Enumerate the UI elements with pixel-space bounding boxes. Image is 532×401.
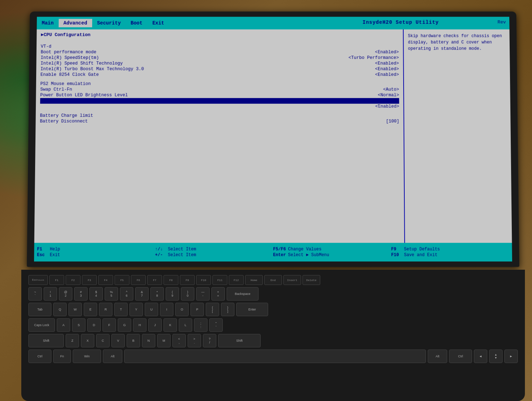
- key-f7[interactable]: F7: [147, 275, 162, 285]
- key-1[interactable]: !1: [44, 287, 57, 301]
- setting-speedstep[interactable]: Intel(R) SpeedStep(tm) <Turbo Performanc…: [41, 55, 399, 61]
- key-delete[interactable]: Delete: [303, 275, 320, 285]
- setting-ps2-mouse[interactable]: PS2 Mouse emulation: [40, 81, 399, 87]
- key-equal[interactable]: +=: [211, 287, 225, 301]
- key-n[interactable]: N: [142, 334, 155, 347]
- key-4[interactable]: $4: [89, 287, 103, 301]
- key-quote[interactable]: "': [209, 318, 223, 332]
- key-f10[interactable]: F10: [196, 275, 211, 285]
- key-6[interactable]: ^6: [120, 287, 133, 301]
- key-arrow-l[interactable]: ◄: [474, 350, 487, 363]
- key-p[interactable]: P: [190, 303, 204, 316]
- key-ctrl-r[interactable]: Ctrl: [449, 350, 472, 363]
- key-o[interactable]: O: [175, 303, 189, 316]
- key-t[interactable]: T: [114, 303, 128, 316]
- key-bracket-l[interactable]: {[: [206, 303, 219, 316]
- key-f[interactable]: F: [102, 318, 116, 332]
- key-g[interactable]: G: [118, 318, 131, 332]
- key-backspace[interactable]: Backspace: [227, 287, 259, 301]
- setting-boot-perf-value: <Enabled>: [375, 50, 399, 55]
- key-v[interactable]: V: [111, 334, 125, 347]
- key-end[interactable]: End: [264, 275, 282, 285]
- key-0[interactable]: )0: [181, 287, 194, 301]
- key-f12[interactable]: F12: [229, 275, 244, 285]
- key-l[interactable]: L: [179, 318, 192, 332]
- key-z[interactable]: Z: [66, 334, 79, 347]
- key-shift-r[interactable]: Shift: [218, 334, 261, 347]
- key-f6[interactable]: F6: [131, 275, 146, 285]
- key-5[interactable]: %5: [105, 287, 118, 301]
- key-f11[interactable]: F11: [212, 275, 227, 285]
- key-f3[interactable]: F3: [82, 275, 97, 285]
- key-e[interactable]: E: [84, 303, 97, 316]
- key-q[interactable]: Q: [53, 303, 67, 316]
- key-u[interactable]: U: [145, 303, 158, 316]
- key-s[interactable]: S: [72, 318, 85, 332]
- key-win[interactable]: Win: [73, 350, 101, 363]
- setting-swap-ctrl[interactable]: Swap Ctrl-Fn <Auto>: [40, 87, 399, 92]
- key-capslock[interactable]: Caps Lock: [28, 318, 55, 332]
- key-k[interactable]: K: [164, 318, 177, 332]
- key-home[interactable]: Home: [245, 275, 263, 285]
- key-3[interactable]: #3: [74, 287, 88, 301]
- key-tilde[interactable]: ~`: [28, 287, 42, 301]
- menu-item-main[interactable]: Main: [37, 19, 59, 27]
- key-x[interactable]: X: [81, 334, 94, 347]
- key-comma[interactable]: <,: [172, 334, 186, 347]
- key-esc[interactable]: EscFnLock: [28, 275, 48, 285]
- setting-clock-gate-value: <Enabled>: [375, 72, 399, 77]
- key-enter[interactable]: Enter: [236, 303, 268, 316]
- key-r[interactable]: R: [99, 303, 112, 316]
- key-w[interactable]: W: [68, 303, 82, 316]
- key-space[interactable]: [124, 350, 426, 363]
- key-h[interactable]: H: [133, 318, 146, 332]
- setting-vt-d[interactable]: VT-d: [41, 44, 399, 49]
- setting-speedstep-value: <Turbo Performance>: [349, 55, 399, 60]
- key-9[interactable]: (9: [166, 287, 179, 301]
- key-arrow-ud[interactable]: ▲▼: [489, 350, 503, 363]
- key-bracket-r[interactable]: }]: [221, 303, 234, 316]
- setting-turbo-boost[interactable]: Intel(R) Turbo Boost Max Technology 3.0 …: [40, 66, 399, 72]
- key-f5[interactable]: F5: [115, 275, 129, 285]
- key-f1[interactable]: F1: [49, 275, 64, 285]
- key-y[interactable]: Y: [129, 303, 143, 316]
- key-ctrl-l[interactable]: Ctrl: [28, 350, 51, 363]
- key-a[interactable]: A: [57, 318, 70, 332]
- key-2[interactable]: @2: [59, 287, 72, 301]
- key-arrow-r[interactable]: ►: [504, 350, 518, 363]
- setting-clock-gate[interactable]: Enable 8254 Clock Gate <Enabled>: [40, 72, 399, 78]
- key-fn[interactable]: Fn: [53, 350, 71, 363]
- setting-speed-shift[interactable]: Intel(R) Speed Shift Technology <Enabled…: [40, 61, 399, 66]
- key-semicolon[interactable]: ;:: [194, 318, 207, 332]
- setting-boot-perf[interactable]: Boot performance mode <Enabled>: [41, 49, 399, 55]
- key-shift-l[interactable]: Shift: [28, 334, 64, 347]
- key-slash[interactable]: ?/: [203, 334, 216, 347]
- key-d[interactable]: D: [87, 318, 101, 332]
- key-alt-r[interactable]: Alt: [428, 350, 447, 363]
- setting-standalone[interactable]: Standalone operation <High>: [40, 98, 399, 104]
- key-f2[interactable]: F2: [66, 275, 81, 285]
- key-f9[interactable]: F9: [180, 275, 195, 285]
- setting-battery-charge[interactable]: Battery Charge limit: [40, 113, 399, 119]
- key-m[interactable]: M: [157, 334, 171, 347]
- key-f4[interactable]: F4: [98, 275, 113, 285]
- key-c[interactable]: C: [96, 334, 110, 347]
- menu-item-security[interactable]: Security: [92, 19, 126, 27]
- key-minus[interactable]: —-: [196, 287, 210, 301]
- key-insert[interactable]: Insert: [283, 275, 301, 285]
- menu-item-boot[interactable]: Boot: [126, 19, 147, 27]
- key-period[interactable]: >.: [188, 334, 201, 347]
- setting-battery-disconnect[interactable]: Battery Disconnect [100]: [40, 119, 399, 124]
- key-b[interactable]: B: [127, 334, 140, 347]
- key-8[interactable]: *8: [150, 287, 164, 301]
- key-7[interactable]: &7: [135, 287, 149, 301]
- menu-item-exit[interactable]: Exit: [148, 19, 169, 27]
- setting-battery-disconnect-value: [100]: [386, 119, 399, 124]
- key-i[interactable]: I: [160, 303, 173, 316]
- setting-power-btn-led[interactable]: Power Button LED Brightness Level <Norma…: [40, 92, 399, 98]
- key-alt-l[interactable]: Alt: [103, 350, 122, 363]
- key-tab[interactable]: Tab: [28, 303, 51, 316]
- key-f8[interactable]: F8: [164, 275, 178, 285]
- key-j[interactable]: J: [148, 318, 162, 332]
- menu-item-advanced[interactable]: Advanced: [59, 19, 92, 27]
